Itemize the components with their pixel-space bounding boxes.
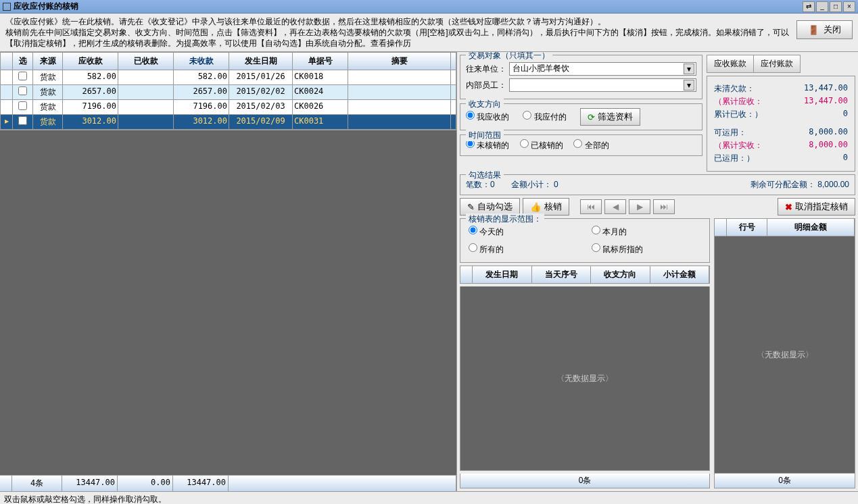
edit-icon: ✎ bbox=[467, 202, 475, 212]
status-bar: 双击鼠标或敲空格勾选，同样操作取消勾取。 bbox=[0, 491, 858, 504]
dock-button[interactable]: ⇄ bbox=[803, 1, 815, 12]
footer-count: 4条 bbox=[12, 476, 62, 491]
nav-first[interactable]: ⏮ bbox=[580, 199, 602, 214]
radio-all-range[interactable]: 所有的 bbox=[469, 243, 578, 255]
left-grid-pane: 选 来源 应收款 已收款 未收款 发生日期 单据号 摘要 货款 582.00 5… bbox=[0, 52, 457, 491]
col-summary[interactable]: 摘要 bbox=[348, 53, 451, 70]
col-received[interactable]: 已收款 bbox=[118, 53, 174, 70]
col-bill[interactable]: 单据号 bbox=[293, 53, 348, 70]
x-icon: ✖ bbox=[785, 202, 792, 212]
window-title: 应收应付账的核销 bbox=[14, 1, 803, 12]
direction-group: 收支方向 我应收的 我应付的 ⟳筛选资料 bbox=[460, 103, 702, 130]
nav-last[interactable]: ⏭ bbox=[653, 199, 675, 214]
nav-prev[interactable]: ◀ bbox=[604, 199, 626, 214]
detail-grid2-header: 行号 明细金额 bbox=[714, 218, 855, 236]
table-row[interactable]: 货款 582.00 582.00 2015/01/26 CK0018 bbox=[1, 70, 456, 85]
minimize-button[interactable]: _ bbox=[816, 1, 828, 12]
maximize-button[interactable]: □ bbox=[830, 1, 842, 12]
refresh-icon: ⟳ bbox=[588, 112, 595, 122]
titlebar: 应收应付账的核销 ⇄ _ □ × bbox=[0, 0, 858, 14]
detail-grid1-body: 〈无数据显示〉 bbox=[460, 286, 710, 471]
ok-icon: 👍 bbox=[530, 202, 542, 212]
employee-label: 内部员工： bbox=[466, 80, 506, 91]
detail-grid2-footer: 0条 bbox=[714, 474, 855, 488]
radio-written[interactable]: 已核销的 bbox=[520, 141, 563, 150]
radio-all[interactable]: 全部的 bbox=[573, 141, 609, 150]
radio-today[interactable]: 今天的 bbox=[469, 226, 578, 238]
table-row[interactable]: 货款 7196.00 7196.00 2015/02/03 CK0026 bbox=[1, 100, 456, 115]
footer-sum2: 0.00 bbox=[118, 476, 173, 491]
cancel-writeoff-button[interactable]: ✖取消指定核销 bbox=[778, 198, 855, 216]
row-checkbox[interactable] bbox=[18, 101, 27, 110]
tab-payable[interactable]: 应付账款 bbox=[753, 55, 801, 73]
radio-payable[interactable]: 我应付的 bbox=[523, 111, 566, 123]
detail-grid1-header: 发生日期 当天序号 收支方向 小计金额 bbox=[460, 266, 710, 284]
transaction-target-group: 交易对象（只填其一） 往来单位： 台山小肥羊餐饮 内部员工： bbox=[460, 55, 702, 99]
col-select[interactable]: 选 bbox=[13, 53, 33, 70]
lower-left-pane: 核销表的显示范围： 今天的 本月的 所有的 鼠标所指的 发生日期 当天序号 收支… bbox=[460, 218, 710, 488]
col-receivable[interactable]: 应收款 bbox=[63, 53, 118, 70]
lower-right-pane: 行号 明细金额 〈无数据显示〉 0条 bbox=[714, 218, 855, 488]
time-range-group: 时间范围 未核销的 已核销的 全部的 bbox=[460, 134, 702, 156]
employee-combo[interactable] bbox=[509, 78, 696, 92]
col-notreceived[interactable]: 未收款 bbox=[174, 53, 229, 70]
footer-sum3: 13447.00 bbox=[173, 476, 229, 491]
stats-box: 未清欠款：13,447.00 （累计应收：13,447.00 累计已收：）0 可… bbox=[707, 76, 855, 172]
door-icon: 🚪 bbox=[808, 25, 819, 35]
row-checkbox[interactable] bbox=[18, 72, 27, 80]
close-button[interactable]: 🚪 关闭 bbox=[796, 20, 853, 39]
instruction-line-2: 核销前先在中间区域指定交易对象、收支方向、时间范围，点击【筛选资料】，再在左边表… bbox=[5, 27, 796, 49]
grid-empty-area bbox=[0, 130, 456, 475]
nav-next[interactable]: ▶ bbox=[629, 199, 650, 214]
row-checkbox[interactable] bbox=[18, 86, 27, 95]
table-row-selected[interactable]: ▸ 货款 3012.00 3012.00 2015/02/09 CK0031 bbox=[1, 115, 456, 130]
account-tabs: 应收账款 应付账款 bbox=[707, 55, 855, 73]
instruction-line-1: 《应收应付账》统一在此核销。请先在《收支登记》中录入与该往来单位最近的收付款数据… bbox=[5, 16, 796, 27]
row-checkbox[interactable] bbox=[18, 116, 27, 125]
radio-mouse[interactable]: 鼠标所指的 bbox=[592, 243, 701, 255]
footer-sum1: 13447.00 bbox=[62, 476, 118, 491]
main-grid[interactable]: 选 来源 应收款 已收款 未收款 发生日期 单据号 摘要 货款 582.00 5… bbox=[0, 52, 456, 130]
unit-combo[interactable]: 台山小肥羊餐饮 bbox=[509, 62, 696, 76]
detail-grid1-footer: 0条 bbox=[460, 474, 710, 488]
table-row[interactable]: 货款 2657.00 2657.00 2015/02/02 CK0024 bbox=[1, 85, 456, 100]
col-date[interactable]: 发生日期 bbox=[229, 53, 293, 70]
grid-header: 选 来源 应收款 已收款 未收款 发生日期 单据号 摘要 bbox=[1, 53, 456, 70]
radio-month[interactable]: 本月的 bbox=[592, 226, 701, 238]
instruction-bar: 《应收应付账》统一在此核销。请先在《收支登记》中录入与该往来单位最近的收付款数据… bbox=[0, 14, 858, 52]
grid-footer: 4条 13447.00 0.00 13447.00 bbox=[0, 475, 456, 491]
detail-grid2-body: 〈无数据显示〉 bbox=[714, 236, 855, 474]
radio-unwritten[interactable]: 未核销的 bbox=[466, 141, 509, 150]
col-source[interactable]: 来源 bbox=[33, 53, 63, 70]
app-icon bbox=[3, 3, 11, 11]
unit-label: 往来单位： bbox=[466, 64, 506, 75]
filter-button[interactable]: ⟳筛选资料 bbox=[580, 108, 640, 126]
right-pane: 交易对象（只填其一） 往来单位： 台山小肥羊餐饮 内部员工： 收支方向 我应收的… bbox=[457, 52, 858, 491]
close-window-button[interactable]: × bbox=[843, 1, 855, 12]
display-range-group: 核销表的显示范围： 今天的 本月的 所有的 鼠标所指的 bbox=[460, 218, 710, 263]
check-result-group: 勾选结果 笔数：0 金额小计： 0 剩余可分配金额： 8,000.00 bbox=[460, 174, 855, 195]
radio-receivable[interactable]: 我应收的 bbox=[466, 111, 509, 123]
tab-receivable[interactable]: 应收账款 bbox=[707, 55, 754, 73]
